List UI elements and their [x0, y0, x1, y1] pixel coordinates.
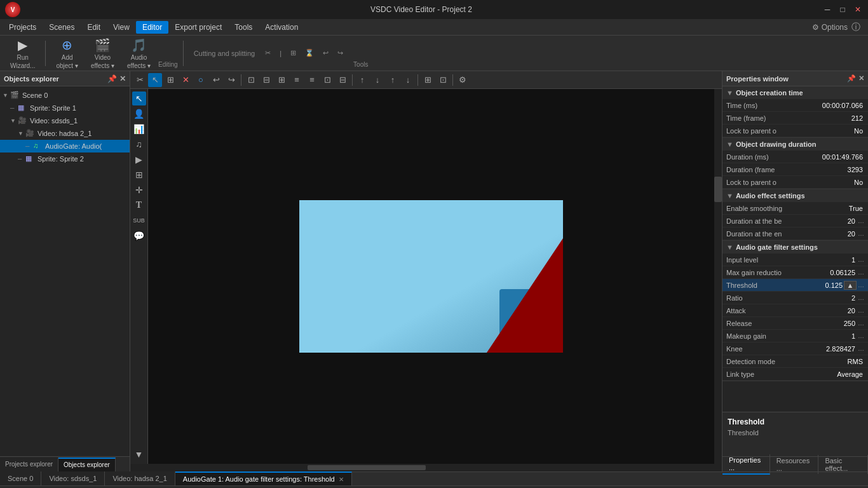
audio-icon: ♫ [33, 142, 43, 151]
play-tool[interactable]: ▶ [132, 152, 146, 166]
tree-item-scene0[interactable]: ▼ 🎬 Scene 0 [0, 89, 130, 102]
menu-edit[interactable]: Edit [81, 21, 107, 34]
props-pin-icon[interactable]: 📌 [847, 74, 856, 83]
arrange-tool4[interactable]: ↓ [401, 73, 415, 87]
tab-close-audiogate[interactable]: ✕ [339, 476, 344, 483]
prop-section-creation-time-header[interactable]: ▼ Object creation time [722, 86, 868, 99]
props-tab-basic-effect[interactable]: Basic effect... [818, 455, 868, 474]
align-tool1[interactable]: ⊞ [275, 73, 288, 87]
prop-value-link-type: Average [826, 370, 864, 378]
prop-edit-dur-begin[interactable]: … [858, 217, 864, 224]
arrange-tool2[interactable]: ↓ [370, 73, 384, 87]
add-object-button[interactable]: ⊕ Add object ▾ [51, 35, 83, 72]
section-arrow-audio-effect: ▼ [726, 192, 733, 200]
sub-tool[interactable]: SUB [132, 214, 146, 227]
objects-close-icon[interactable]: ✕ [119, 74, 126, 83]
align-tool3[interactable]: ≡ [305, 73, 319, 87]
nav-down-tool[interactable]: ▼ [132, 447, 146, 461]
bubble-tool[interactable]: 💬 [132, 229, 146, 243]
cut-tool-4[interactable]: ⌛ [301, 47, 318, 59]
cut-tool-1[interactable]: ✂ [261, 47, 275, 59]
objects-explorer-header: Objects explorer 📌 ✕ [0, 71, 130, 86]
menu-view[interactable]: View [107, 21, 136, 34]
prop-section-audio-gate-header[interactable]: ▼ Audio gate filter settings [722, 241, 868, 254]
help-icon[interactable]: ⓘ [851, 22, 860, 33]
tree-item-sprite2[interactable]: ─ ▦ Sprite: Sprite 2 [0, 152, 130, 165]
prop-value-input-level: 1 [818, 256, 857, 264]
maximize-button[interactable]: □ [837, 4, 848, 15]
tree-item-video-sdsds1[interactable]: ▼ 🎥 Video: sdsds_1 [0, 114, 130, 127]
prop-edit-release[interactable]: … [858, 320, 864, 327]
prop-edit-dur-end[interactable]: … [858, 230, 864, 237]
prop-edit-ratio[interactable]: … [858, 294, 864, 301]
text-tool[interactable]: T [132, 198, 146, 212]
menu-activation[interactable]: Activation [259, 21, 304, 34]
run-wizard-button[interactable]: ▶ Run Wizard... [5, 35, 40, 72]
prop-edit-input-level[interactable]: … [858, 256, 864, 263]
delete-tool[interactable]: ✕ [179, 73, 193, 87]
props-tab-properties[interactable]: Properties ... [722, 454, 770, 475]
minimize-button[interactable]: ─ [822, 4, 832, 15]
tree-item-audiogate[interactable]: ─ ♫ AudioGate: Audio( [0, 140, 130, 152]
menu-export[interactable]: Export project [168, 21, 228, 34]
select-tool[interactable]: ✂ [133, 73, 147, 87]
menu-editor[interactable]: Editor [136, 21, 168, 34]
cut-tool-3[interactable]: ⊞ [287, 47, 300, 59]
grid-tool[interactable]: ⊞ [421, 73, 435, 87]
settings-tool[interactable]: ⚙ [456, 73, 470, 87]
prop-section-drawing-header[interactable]: ▼ Object drawing duration [722, 138, 868, 151]
arrange-tool3[interactable]: ↑ [386, 73, 400, 87]
dots-tool[interactable]: ⊞ [132, 168, 146, 182]
objects-explorer-tab[interactable]: Objects explorer [58, 458, 116, 471]
cut-tool-2[interactable]: | [276, 48, 285, 59]
prop-edit-knee[interactable]: … [858, 345, 864, 352]
video-effects-button[interactable]: 🎬 Video effects ▾ [86, 35, 119, 72]
prop-section-audio-effect-header[interactable]: ▼ Audio effect settings [722, 189, 868, 202]
menu-projects[interactable]: Projects [3, 21, 43, 34]
tab-scene0[interactable]: Scene 0 [0, 471, 41, 485]
move-tool[interactable]: ✛ [132, 183, 146, 197]
cut-tool-5[interactable]: ↩ [319, 47, 332, 59]
menu-tools[interactable]: Tools [228, 21, 259, 34]
music-tool[interactable]: ♫ [132, 137, 146, 151]
prop-name-detection-mode: Detection mode [726, 358, 826, 365]
props-tab-resources[interactable]: Resources ... [770, 455, 819, 474]
redo-tool[interactable]: ↪ [224, 73, 238, 87]
prop-edit-threshold[interactable]: … [858, 281, 864, 288]
props-close-icon[interactable]: ✕ [858, 74, 864, 83]
tree-item-sprite1[interactable]: ─ ▦ Sprite: Sprite 1 [0, 102, 130, 114]
close-button[interactable]: ✕ [853, 4, 863, 15]
threshold-spinner-up[interactable]: ▲ [844, 281, 857, 290]
dist-tool1[interactable]: ⊡ [320, 73, 334, 87]
props-content: ▼ Object creation time Time (ms) 00:00:0… [722, 86, 868, 412]
arrange-tool1[interactable]: ↑ [355, 73, 369, 87]
undo-tool[interactable]: ↩ [209, 73, 223, 87]
snap-tool[interactable]: ⊡ [436, 73, 450, 87]
canvas-scrollbar-h[interactable] [130, 464, 722, 471]
tree-item-video-hadsa[interactable]: ▼ 🎥 Video: hadsa 2_1 [0, 127, 130, 140]
transform-tool[interactable]: ⊞ [163, 73, 177, 87]
cursor-tool[interactable]: ↖ [132, 92, 146, 105]
canvas-scrollbar-v[interactable] [714, 89, 722, 464]
tab-video-sdsds[interactable]: Video: sdsds_1 [41, 471, 105, 485]
prop-edit-makeup-gain[interactable]: … [858, 332, 864, 339]
tab-audiogate[interactable]: AudioGate 1: Audio gate filter settings:… [175, 471, 352, 485]
chart-tool[interactable]: 📊 [132, 122, 146, 136]
align-tool2[interactable]: ≡ [290, 73, 304, 87]
objects-pin-icon[interactable]: 📌 [107, 74, 117, 83]
select-all-tool[interactable]: ⊡ [244, 73, 258, 87]
circle-tool[interactable]: ○ [194, 73, 208, 87]
menu-scenes[interactable]: Scenes [43, 21, 81, 34]
cut-tool-6[interactable]: ↪ [334, 47, 347, 59]
tab-video-hadsa[interactable]: Video: hadsa 2_1 [105, 471, 175, 485]
projects-explorer-tab[interactable]: Projects explorer [0, 458, 58, 471]
group-tool[interactable]: ⊟ [259, 73, 273, 87]
person-tool[interactable]: 👤 [132, 107, 146, 121]
dist-tool2[interactable]: ⊟ [336, 73, 349, 87]
prop-edit-attack[interactable]: … [858, 307, 864, 314]
t2-sep1 [241, 74, 241, 86]
pointer-tool[interactable]: ↖ [148, 73, 162, 87]
prop-edit-max-gain[interactable]: … [858, 269, 864, 276]
settings-icon[interactable]: ⚙ Options [812, 23, 848, 32]
audio-effects-button[interactable]: 🎵 Audio effects ▾ [122, 35, 156, 72]
